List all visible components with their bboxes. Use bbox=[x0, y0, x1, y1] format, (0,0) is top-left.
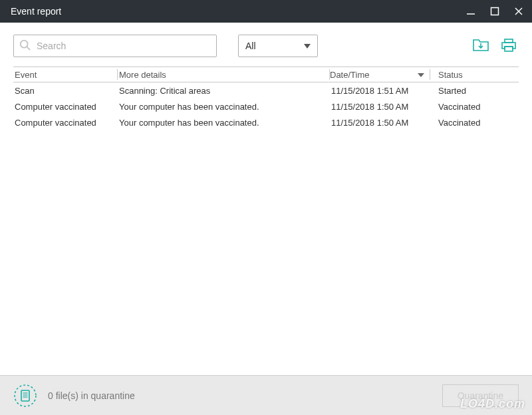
cell-status: Vaccinated bbox=[430, 118, 519, 128]
svg-marker-6 bbox=[304, 44, 311, 49]
svg-rect-9 bbox=[505, 47, 513, 51]
cell-details: Your computer has been vaccinated. bbox=[118, 102, 329, 112]
chevron-down-icon bbox=[304, 41, 311, 51]
toolbar: All bbox=[0, 23, 532, 67]
search-icon bbox=[19, 39, 31, 53]
search-box[interactable] bbox=[13, 35, 217, 57]
table-row[interactable]: Scan Scanning: Critical areas 11/15/2018… bbox=[13, 82, 519, 98]
quarantine-text: 0 file(s) in quarantine bbox=[48, 390, 432, 401]
quarantine-bar: 0 file(s) in quarantine Quarantine bbox=[0, 375, 532, 415]
titlebar: Event report bbox=[0, 0, 532, 23]
quarantine-button[interactable]: Quarantine bbox=[442, 384, 519, 407]
quarantine-icon bbox=[13, 384, 37, 408]
cell-details: Your computer has been vaccinated. bbox=[118, 118, 329, 128]
printer-icon bbox=[500, 37, 517, 55]
window-controls bbox=[466, 6, 524, 17]
header-status[interactable]: Status bbox=[430, 70, 519, 80]
close-button[interactable] bbox=[513, 6, 524, 17]
print-button[interactable] bbox=[499, 37, 519, 55]
search-input[interactable] bbox=[37, 41, 211, 51]
cell-status: Started bbox=[430, 86, 519, 96]
cell-details: Scanning: Critical areas bbox=[118, 86, 329, 96]
svg-rect-12 bbox=[21, 390, 29, 401]
window-title: Event report bbox=[11, 6, 61, 17]
header-datetime-label: Date/Time bbox=[330, 70, 369, 80]
sort-desc-icon bbox=[418, 70, 424, 80]
svg-point-11 bbox=[15, 385, 36, 406]
header-event[interactable]: Event bbox=[13, 70, 117, 80]
cell-event: Computer vaccinated bbox=[13, 118, 117, 128]
export-button[interactable] bbox=[471, 37, 491, 55]
minimize-button[interactable] bbox=[466, 6, 476, 17]
header-details[interactable]: More details bbox=[118, 70, 329, 80]
svg-line-5 bbox=[27, 47, 31, 50]
cell-datetime: 11/15/2018 1:50 AM bbox=[330, 102, 430, 112]
cell-event: Scan bbox=[13, 86, 117, 96]
cell-datetime: 11/15/2018 1:51 AM bbox=[330, 86, 430, 96]
table-header: Event More details Date/Time Status bbox=[13, 67, 519, 82]
filter-selected-label: All bbox=[245, 41, 256, 51]
table-row[interactable]: Computer vaccinated Your computer has be… bbox=[13, 98, 519, 114]
svg-rect-1 bbox=[491, 8, 499, 15]
svg-marker-10 bbox=[418, 73, 424, 77]
cell-status: Vaccinated bbox=[430, 102, 519, 112]
filter-dropdown[interactable]: All bbox=[238, 35, 318, 57]
header-datetime[interactable]: Date/Time bbox=[330, 70, 430, 80]
maximize-button[interactable] bbox=[489, 6, 500, 17]
cell-event: Computer vaccinated bbox=[13, 102, 117, 112]
event-table: Event More details Date/Time Status Scan… bbox=[0, 67, 532, 130]
folder-download-icon bbox=[472, 37, 489, 55]
table-row[interactable]: Computer vaccinated Your computer has be… bbox=[13, 114, 519, 130]
cell-datetime: 11/15/2018 1:50 AM bbox=[330, 118, 430, 128]
svg-point-4 bbox=[21, 40, 28, 47]
